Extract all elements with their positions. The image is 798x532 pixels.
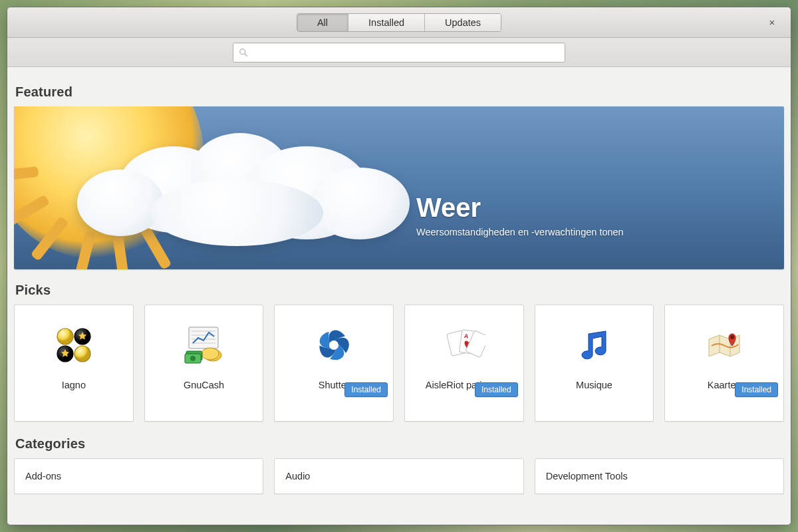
featured-text: Weer Weersomstandigheden en -verwachting… (416, 193, 624, 237)
svg-point-12 (201, 348, 219, 360)
tab-updates[interactable]: Updates (425, 14, 501, 31)
featured-app-banner[interactable]: Weer Weersomstandigheden en -verwachting… (14, 106, 784, 269)
installed-badge: Installed (344, 382, 388, 397)
musique-icon (573, 324, 616, 366)
shutter-icon (313, 324, 355, 366)
installed-badge: Installed (735, 382, 778, 397)
svg-point-16 (329, 340, 338, 350)
picks-grid: Iagno (14, 305, 784, 422)
category-development-tools[interactable]: Development Tools (535, 458, 784, 494)
pick-card-aisleriot[interactable]: A Installed AisleRiot patience (404, 305, 524, 422)
pick-card-musique[interactable]: Musique (535, 305, 654, 422)
view-switcher: All Installed Updates (297, 13, 501, 32)
svg-line-1 (245, 53, 247, 55)
svg-point-21 (730, 335, 734, 339)
installed-badge: Installed (475, 382, 518, 397)
cloud-icon (77, 126, 423, 259)
svg-point-2 (57, 329, 73, 344)
featured-app-subtitle: Weersomstandigheden en -verwachtingen to… (416, 227, 624, 237)
content-inner: Featured (7, 67, 791, 507)
pick-card-kaarten[interactable]: Installed Kaarten (664, 305, 784, 422)
featured-heading: Featured (15, 84, 784, 100)
kaarten-icon (703, 324, 745, 366)
gnucash-icon (183, 324, 225, 366)
tab-installed[interactable]: Installed (348, 14, 425, 31)
header-bar: All Installed Updates × (7, 7, 791, 38)
category-audio[interactable]: Audio (274, 458, 523, 494)
picks-heading: Picks (15, 283, 784, 298)
svg-rect-6 (189, 327, 218, 348)
aisleriot-icon: A (443, 324, 485, 366)
pick-label: Iagno (58, 380, 90, 390)
svg-point-15 (190, 356, 196, 361)
categories-heading: Categories (15, 436, 784, 452)
search-icon (239, 48, 248, 57)
categories-grid: Add-ons Audio Development Tools (14, 458, 784, 494)
featured-app-title: Weer (416, 193, 624, 223)
close-icon: × (769, 17, 775, 28)
category-label: Add-ons (25, 471, 61, 481)
pick-label: Musique (572, 380, 616, 390)
pick-card-gnucash[interactable]: GnuCash (144, 305, 264, 422)
close-button[interactable]: × (763, 13, 781, 31)
category-label: Development Tools (546, 471, 628, 481)
tab-all[interactable]: All (297, 14, 348, 31)
content-scroll[interactable]: Featured (7, 67, 791, 525)
search-input[interactable] (252, 47, 559, 58)
category-label: Audio (285, 471, 310, 481)
search-field-wrap[interactable] (233, 43, 565, 63)
pick-card-shutter[interactable]: Installed Shutter (274, 305, 394, 422)
pick-label: GnuCash (180, 380, 228, 390)
category-addons[interactable]: Add-ons (14, 458, 263, 494)
app-window: All Installed Updates × Featured (7, 7, 791, 525)
pick-card-iagno[interactable]: Iagno (14, 305, 134, 422)
search-bar (7, 38, 791, 67)
svg-point-5 (74, 346, 90, 362)
iagno-icon (53, 324, 95, 366)
